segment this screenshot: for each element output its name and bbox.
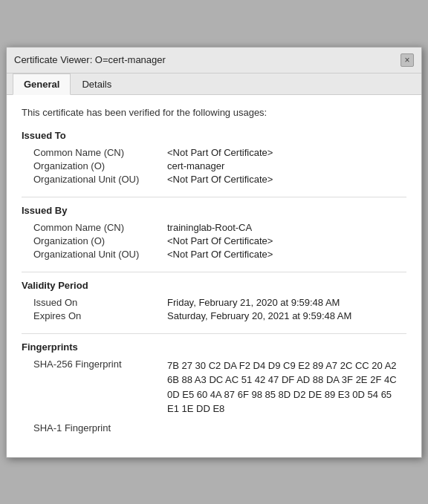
row-label: Organizational Unit (OU) bbox=[33, 174, 167, 185]
tab-general[interactable]: General bbox=[13, 73, 71, 95]
divider bbox=[22, 272, 406, 272]
table-row: Common Name (CN) traininglab-Root-CA bbox=[33, 222, 406, 233]
validity-table: Issued On Friday, February 21, 2020 at 9… bbox=[22, 297, 406, 321]
row-value: cert-manager bbox=[167, 160, 224, 171]
row-label: Organizational Unit (OU) bbox=[33, 249, 167, 260]
section-issued-by: Issued By Common Name (CN) traininglab-R… bbox=[22, 205, 406, 260]
table-row: Common Name (CN) <Not Part Of Certificat… bbox=[33, 147, 406, 158]
row-label: Organization (O) bbox=[33, 160, 167, 171]
row-value: <Not Part Of Certificate> bbox=[167, 235, 273, 246]
issued-on-label: Issued On bbox=[33, 297, 167, 308]
table-row: Organizational Unit (OU) <Not Part Of Ce… bbox=[33, 249, 406, 260]
section-validity-title: Validity Period bbox=[22, 280, 406, 291]
section-issued-by-title: Issued By bbox=[22, 205, 406, 216]
table-row: Organization (O) cert-manager bbox=[33, 160, 406, 171]
issued-on-value: Friday, February 21, 2020 at 9:59:48 AM bbox=[167, 297, 340, 308]
row-label: Common Name (CN) bbox=[33, 222, 167, 233]
row-label: Organization (O) bbox=[33, 235, 167, 246]
fingerprints-table: SHA-256 Fingerprint 7B 27 30 C2 DA F2 D4… bbox=[22, 359, 406, 433]
sha256-value: 7B 27 30 C2 DA F2 D4 D9 C9 E2 89 A7 2C C… bbox=[167, 359, 405, 416]
issued-by-table: Common Name (CN) traininglab-Root-CA Org… bbox=[22, 222, 406, 260]
section-validity: Validity Period Issued On Friday, Februa… bbox=[22, 280, 406, 321]
table-row: SHA-1 Fingerprint bbox=[33, 422, 406, 433]
section-fingerprints-title: Fingerprints bbox=[22, 341, 406, 353]
expires-on-value: Saturday, February 20, 2021 at 9:59:48 A… bbox=[167, 310, 351, 321]
row-value: <Not Part Of Certificate> bbox=[167, 147, 273, 158]
section-issued-to: Issued To Common Name (CN) <Not Part Of … bbox=[22, 130, 406, 185]
expires-on-label: Expires On bbox=[33, 310, 167, 321]
close-button[interactable]: × bbox=[401, 53, 414, 67]
table-row: SHA-256 Fingerprint 7B 27 30 C2 DA F2 D4… bbox=[33, 359, 406, 416]
sha1-label: SHA-1 Fingerprint bbox=[33, 422, 167, 433]
divider bbox=[22, 197, 406, 197]
issued-to-table: Common Name (CN) <Not Part Of Certificat… bbox=[22, 147, 406, 185]
table-row: Issued On Friday, February 21, 2020 at 9… bbox=[33, 297, 406, 308]
section-issued-to-title: Issued To bbox=[22, 130, 406, 141]
tab-details[interactable]: Details bbox=[71, 73, 123, 95]
dialog-titlebar: Certificate Viewer: O=cert-manager × bbox=[7, 48, 421, 73]
certificate-viewer-dialog: Certificate Viewer: O=cert-manager × Gen… bbox=[6, 47, 422, 458]
section-fingerprints: Fingerprints SHA-256 Fingerprint 7B 27 3… bbox=[22, 341, 406, 433]
verified-text: This certificate has been verified for t… bbox=[22, 107, 406, 118]
row-label: Common Name (CN) bbox=[33, 147, 167, 158]
row-value: <Not Part Of Certificate> bbox=[167, 174, 273, 185]
table-row: Expires On Saturday, February 20, 2021 a… bbox=[33, 310, 406, 321]
tab-bar: General Details bbox=[7, 73, 421, 95]
dialog-title: Certificate Viewer: O=cert-manager bbox=[14, 54, 166, 65]
sha256-label: SHA-256 Fingerprint bbox=[33, 359, 167, 370]
row-value: <Not Part Of Certificate> bbox=[167, 249, 273, 260]
row-value: traininglab-Root-CA bbox=[167, 222, 252, 233]
table-row: Organization (O) <Not Part Of Certificat… bbox=[33, 235, 406, 246]
table-row: Organizational Unit (OU) <Not Part Of Ce… bbox=[33, 174, 406, 185]
dialog-content: This certificate has been verified for t… bbox=[7, 95, 421, 457]
divider bbox=[22, 333, 406, 334]
